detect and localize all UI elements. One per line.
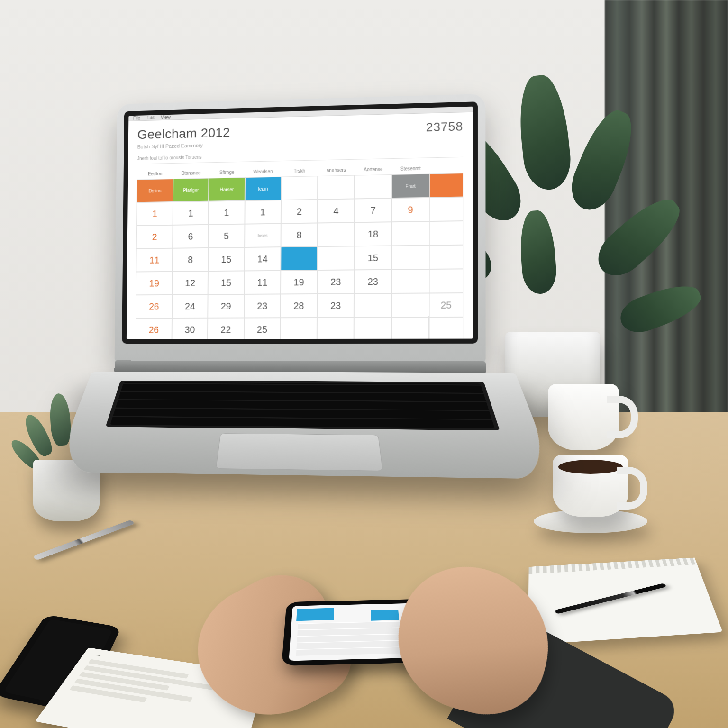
menubar-item[interactable]: Edit: [146, 115, 154, 120]
calendar-cell[interactable]: 1: [245, 200, 281, 224]
app-subtitle: Botsh Syf III Pazed Eamrnory: [137, 142, 230, 149]
menubar-item[interactable]: File: [133, 116, 140, 121]
row-label: 11: [136, 248, 173, 272]
calendar-cell[interactable]: 12: [172, 271, 208, 295]
calendar-cell[interactable]: 8: [173, 248, 209, 272]
calendar-cell[interactable]: 9: [391, 198, 429, 222]
header-clock: 23758: [426, 119, 464, 135]
calendar-cell[interactable]: 11: [244, 271, 281, 294]
calendar-cell[interactable]: 23: [317, 293, 354, 317]
subline-left: Jnerh foal tof lo orousts Toruens: [137, 155, 201, 161]
calendar-cell[interactable]: 23: [244, 294, 281, 318]
row-label: 26: [136, 318, 172, 339]
calendar-cell[interactable]: [318, 222, 355, 246]
calendar-cell[interactable]: [318, 246, 355, 270]
row-right: [429, 197, 463, 222]
row-label: 1: [136, 202, 173, 226]
calendar-cell[interactable]: [354, 317, 391, 339]
calendar-cell[interactable]: 22: [208, 318, 244, 339]
calendar-cell[interactable]: 23: [317, 270, 354, 294]
calendar-cell[interactable]: [317, 318, 354, 339]
row-right: 25: [429, 293, 464, 317]
calendar-cell[interactable]: 24: [172, 294, 208, 318]
menubar-item[interactable]: View: [161, 115, 171, 120]
calendar-cell[interactable]: 1: [173, 201, 209, 225]
calendar-chip[interactable]: Harser: [209, 177, 245, 201]
mug-coffee: [553, 455, 628, 517]
calendar-chip[interactable]: [429, 173, 463, 198]
calendar-cell[interactable]: [281, 176, 318, 200]
row-right: [429, 269, 464, 293]
calendar-chip[interactable]: Dstins: [137, 179, 173, 202]
row-right: [429, 317, 463, 339]
calendar-cell[interactable]: 30: [172, 318, 208, 339]
row-right: [429, 245, 464, 269]
calendar-cell[interactable]: 2: [281, 200, 318, 224]
calendar-cell[interactable]: 5: [209, 224, 245, 248]
calendar-chip[interactable]: Piarlger: [173, 178, 209, 202]
calendar-cell[interactable]: [354, 293, 391, 318]
calendar-cell[interactable]: 1: [209, 200, 245, 224]
calendar-cell[interactable]: 8: [281, 223, 318, 247]
keyboard[interactable]: [106, 381, 500, 430]
calendar-cell[interactable]: 23: [354, 270, 391, 294]
row-label: 2: [136, 225, 173, 249]
calendar-cell[interactable]: 4: [318, 199, 355, 223]
calendar-chip[interactable]: Ieain: [245, 177, 281, 201]
calendar-cell[interactable]: 15: [208, 247, 244, 271]
calendar-cell[interactable]: 25: [244, 318, 280, 339]
calendar-cell[interactable]: Inses: [245, 224, 281, 247]
trackpad[interactable]: [216, 433, 383, 471]
calendar-cell[interactable]: [391, 293, 429, 318]
mug-empty: [548, 384, 619, 450]
laptop-screen: File Edit View Geelcham 2012 Botsh Syf I…: [127, 107, 473, 339]
calendar-app: Geelcham 2012 Botsh Syf III Pazed Eamrno…: [127, 112, 473, 339]
calendar-cell[interactable]: [391, 221, 429, 246]
calendar-cell[interactable]: [355, 174, 392, 199]
app-title: Geelcham 2012: [137, 125, 230, 142]
laptop-base: [54, 372, 557, 479]
laptop-lid: File Edit View Geelcham 2012 Botsh Syf I…: [115, 94, 486, 363]
calendar-cell[interactable]: [281, 246, 318, 271]
calendar-cell[interactable]: [391, 246, 429, 270]
row-label: 19: [136, 272, 173, 295]
laptop: File Edit View Geelcham 2012 Botsh Syf I…: [112, 94, 486, 607]
calendar-cell[interactable]: [280, 318, 317, 339]
calendar-cell[interactable]: [391, 269, 429, 293]
calendar-cell[interactable]: 29: [208, 294, 245, 318]
calendar-cell[interactable]: 15: [355, 246, 392, 270]
calendar-cell[interactable]: [391, 317, 429, 339]
row-label: 26: [136, 295, 172, 318]
calendar-cell[interactable]: 6: [173, 225, 209, 248]
calendar-cell[interactable]: 18: [355, 222, 392, 246]
calendar-cell[interactable]: 15: [208, 271, 244, 294]
calendar-cell[interactable]: 14: [244, 247, 281, 271]
calendar-cell[interactable]: 7: [355, 198, 392, 222]
calendar-cell[interactable]: 28: [281, 294, 318, 318]
calendar-grid[interactable]: EedtonBtansneeSftrnge WearlsenTrskhanehs…: [136, 162, 463, 339]
calendar-cell[interactable]: 19: [281, 270, 318, 294]
row-right: [429, 221, 464, 245]
calendar-cell[interactable]: [318, 175, 355, 200]
calendar-chip[interactable]: Frart: [392, 174, 429, 199]
notepad: [528, 558, 723, 645]
